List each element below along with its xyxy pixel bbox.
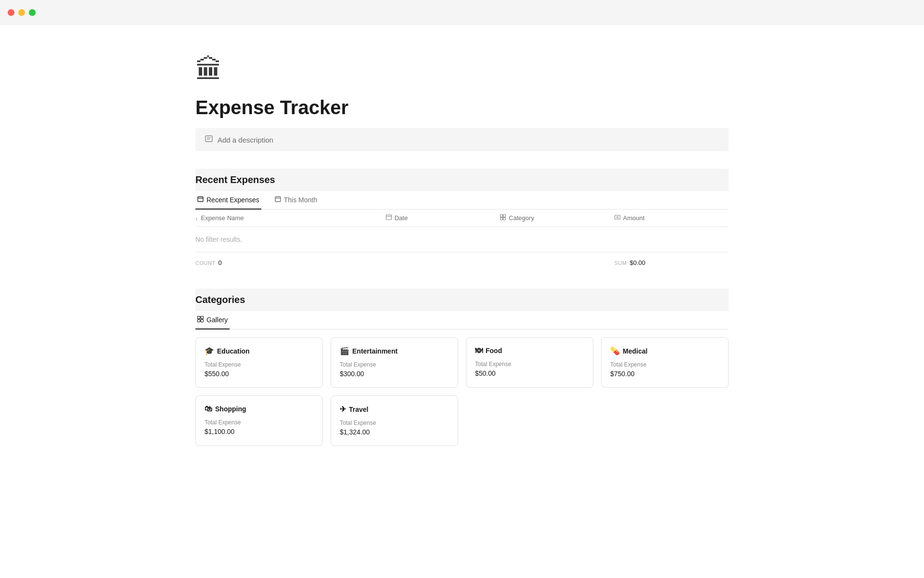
maximize-button[interactable] <box>29 9 36 16</box>
food-field-value: $50.00 <box>475 369 584 377</box>
svg-rect-15 <box>615 215 620 219</box>
expenses-tabs: Recent Expenses This Month <box>195 191 729 210</box>
description-placeholder: Add a description <box>218 136 273 144</box>
entertainment-icon: 🎬 <box>340 346 349 355</box>
gallery-grid-row1: 🎓 Education Total Expense $550.00 🎬 Ente… <box>195 337 729 388</box>
svg-rect-11 <box>500 215 503 217</box>
svg-rect-20 <box>201 319 203 322</box>
categories-section: Categories Gallery 🎓 <box>195 289 729 446</box>
tab-recent-expenses-icon <box>197 196 204 204</box>
amount-col-icon <box>615 214 620 222</box>
footer-count: COUNT 0 <box>195 259 386 266</box>
tab-this-month[interactable]: This Month <box>273 191 319 210</box>
close-button[interactable] <box>8 9 14 16</box>
page-title: Expense Tracker <box>195 97 729 118</box>
card-entertainment[interactable]: 🎬 Entertainment Total Expense $300.00 <box>331 337 458 388</box>
footer-sum: SUM $0.00 <box>615 259 729 266</box>
entertainment-field-value: $300.00 <box>340 370 449 378</box>
category-col-icon <box>500 214 506 222</box>
traffic-lights <box>8 9 36 16</box>
svg-rect-19 <box>198 319 200 322</box>
card-medical[interactable]: 💊 Medical Total Expense $750.00 <box>601 337 729 388</box>
card-travel-title: ✈ Travel <box>340 405 449 414</box>
card-shopping[interactable]: 🛍 Shopping Total Expense $1,100.00 <box>195 395 323 446</box>
recent-expenses-title: Recent Expenses <box>195 174 729 185</box>
tab-this-month-label: This Month <box>284 196 317 204</box>
svg-rect-5 <box>275 197 281 202</box>
travel-icon: ✈ <box>340 405 346 414</box>
medical-field-label: Total Expense <box>610 361 719 368</box>
col-header-amount[interactable]: Amount <box>615 214 729 222</box>
tab-gallery[interactable]: Gallery <box>195 311 230 329</box>
shopping-icon: 🛍 <box>205 405 212 413</box>
col-header-category[interactable]: Category <box>500 214 614 222</box>
sum-value: $0.00 <box>630 259 646 266</box>
tab-recent-expenses-label: Recent Expenses <box>206 196 259 204</box>
entertainment-field-label: Total Expense <box>340 361 449 368</box>
app-icon: 🏛 <box>195 54 729 85</box>
sum-label: SUM <box>615 260 627 266</box>
recent-expenses-header: Recent Expenses <box>195 169 729 191</box>
col-header-name[interactable]: ↓ Expense Name <box>195 214 386 222</box>
col-date-label: Date <box>395 214 408 222</box>
page-content: 🏛 Expense Tracker Add a description Rece… <box>149 0 775 446</box>
col-amount-label: Amount <box>623 214 645 222</box>
card-shopping-title: 🛍 Shopping <box>205 405 314 413</box>
window-chrome <box>0 0 924 25</box>
card-food-title: 🍽 Food <box>475 346 584 355</box>
description-bar[interactable]: Add a description <box>195 128 729 151</box>
education-field-value: $550.00 <box>205 370 314 378</box>
sort-icon: ↓ <box>195 215 198 221</box>
education-field-label: Total Expense <box>205 361 314 368</box>
travel-field-label: Total Expense <box>340 420 449 426</box>
education-icon: 🎓 <box>205 346 214 355</box>
shopping-field-label: Total Expense <box>205 419 314 426</box>
svg-rect-0 <box>205 136 212 142</box>
svg-rect-17 <box>198 316 200 319</box>
svg-rect-9 <box>386 215 391 220</box>
gallery-tab-label: Gallery <box>206 316 228 324</box>
svg-rect-3 <box>198 197 203 202</box>
card-travel[interactable]: ✈ Travel Total Expense $1,324.00 <box>331 395 458 446</box>
categories-tabs: Gallery <box>195 311 729 329</box>
svg-rect-18 <box>201 316 203 319</box>
card-medical-title: 💊 Medical <box>610 346 719 355</box>
card-food[interactable]: 🍽 Food Total Expense $50.00 <box>466 337 593 388</box>
description-icon <box>205 135 213 144</box>
tab-recent-expenses[interactable]: Recent Expenses <box>195 191 261 210</box>
travel-field-value: $1,324.00 <box>340 428 449 436</box>
col-name-label: Expense Name <box>201 214 244 222</box>
categories-header: Categories <box>195 289 729 311</box>
col-header-date[interactable]: Date <box>386 214 500 222</box>
table-header: ↓ Expense Name Date <box>195 210 729 227</box>
svg-point-16 <box>616 217 618 218</box>
svg-rect-12 <box>503 215 506 217</box>
svg-rect-13 <box>500 218 503 220</box>
svg-rect-14 <box>503 218 506 220</box>
tab-this-month-icon <box>275 196 281 204</box>
food-field-label: Total Expense <box>475 361 584 368</box>
count-label: COUNT <box>195 260 216 266</box>
gallery-grid-row2: 🛍 Shopping Total Expense $1,100.00 ✈ Tra… <box>195 395 729 446</box>
medical-icon: 💊 <box>610 346 620 355</box>
card-education[interactable]: 🎓 Education Total Expense $550.00 <box>195 337 323 388</box>
date-col-icon <box>386 214 392 222</box>
categories-title: Categories <box>195 294 729 305</box>
minimize-button[interactable] <box>18 9 25 16</box>
no-results-message: No filter results. <box>195 227 729 252</box>
card-entertainment-title: 🎬 Entertainment <box>340 346 449 355</box>
gallery-tab-icon <box>197 316 204 324</box>
medical-field-value: $750.00 <box>610 370 719 378</box>
table-footer: COUNT 0 SUM $0.00 <box>195 252 729 273</box>
card-education-title: 🎓 Education <box>205 346 314 355</box>
count-value: 0 <box>218 259 222 266</box>
recent-expenses-section: Recent Expenses Recent Expenses <box>195 169 729 273</box>
food-icon: 🍽 <box>475 346 483 355</box>
shopping-field-value: $1,100.00 <box>205 428 314 435</box>
col-category-label: Category <box>509 214 534 222</box>
